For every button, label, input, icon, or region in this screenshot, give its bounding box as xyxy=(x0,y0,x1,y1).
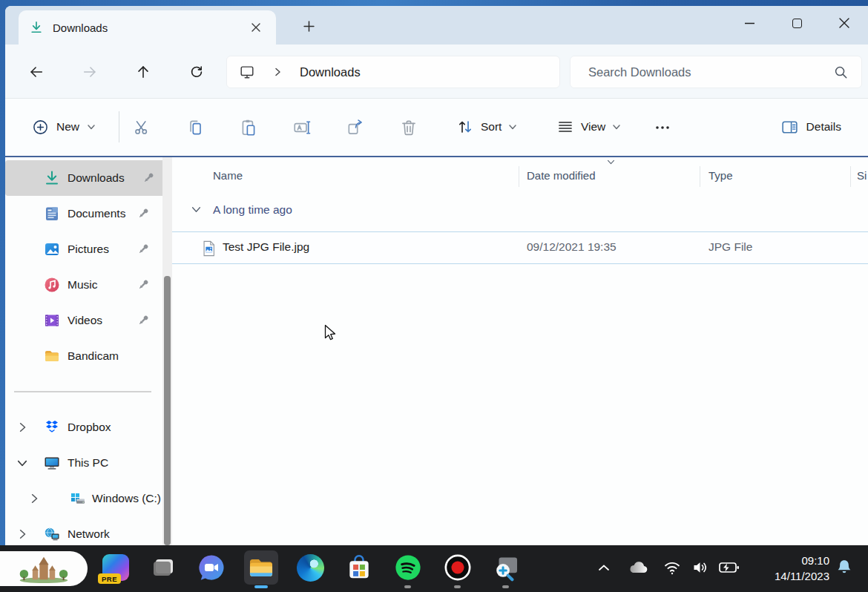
details-panel-icon xyxy=(780,118,799,137)
sidebar-item-windows-c[interactable]: Windows (C:) xyxy=(5,481,162,516)
forward-button[interactable] xyxy=(79,61,101,83)
spotify-button[interactable] xyxy=(393,553,423,582)
new-button-label: New xyxy=(56,120,79,134)
show-hidden-icons-button[interactable] xyxy=(594,553,614,582)
recorder-button[interactable] xyxy=(443,553,473,582)
up-button[interactable] xyxy=(132,61,154,83)
chevron-down-icon[interactable] xyxy=(17,458,27,468)
view-button[interactable]: View xyxy=(549,112,628,142)
scrollbar-thumb[interactable] xyxy=(164,276,171,545)
file-explorer-taskbar-button[interactable] xyxy=(244,550,278,585)
magnifier-app-icon xyxy=(492,553,520,582)
tab-close-icon[interactable] xyxy=(246,18,266,37)
maximize-icon xyxy=(792,19,802,28)
wifi-icon xyxy=(662,559,682,576)
paste-button[interactable] xyxy=(232,111,265,144)
sidebar-label: Music xyxy=(68,278,97,292)
onedrive-tray-button[interactable] xyxy=(625,553,651,582)
sidebar-item-pictures[interactable]: Pictures xyxy=(5,231,162,267)
more-options-button[interactable] xyxy=(646,111,679,144)
taskbar-clock[interactable]: 09:10 14/11/2023 xyxy=(775,553,829,584)
downloads-icon xyxy=(43,169,61,187)
chevron-right-icon[interactable] xyxy=(17,422,27,433)
search-input[interactable] xyxy=(571,65,834,79)
widgets-button[interactable] xyxy=(0,551,88,586)
delete-button[interactable] xyxy=(392,111,425,144)
recorder-running-indicator xyxy=(454,585,461,588)
chevron-right-icon[interactable] xyxy=(17,529,27,539)
address-bar[interactable]: Downloads xyxy=(226,56,560,88)
sidebar-item-videos[interactable]: Videos xyxy=(5,303,162,338)
copilot-button[interactable]: PRE xyxy=(101,553,131,582)
sidebar-item-documents[interactable]: Documents xyxy=(5,196,162,231)
share-button[interactable] xyxy=(339,111,372,144)
column-divider[interactable] xyxy=(519,166,519,187)
group-collapse-icon[interactable] xyxy=(191,206,201,213)
maximize-button[interactable] xyxy=(773,6,821,40)
new-tab-button[interactable] xyxy=(297,15,320,37)
column-header-size[interactable]: Si xyxy=(857,169,867,182)
rename-button[interactable] xyxy=(286,111,318,144)
sidebar-label: Documents xyxy=(68,207,125,220)
battery-tray-button[interactable] xyxy=(715,553,743,582)
column-divider[interactable] xyxy=(700,166,700,187)
sidebar-item-bandicam[interactable]: Bandicam xyxy=(5,338,162,374)
microsoft-store-button[interactable] xyxy=(344,553,374,582)
notification-bell-icon xyxy=(835,558,854,577)
sidebar-item-music[interactable]: Music xyxy=(5,267,162,303)
chevron-right-icon[interactable] xyxy=(29,493,39,504)
file-explorer-icon xyxy=(247,553,275,582)
breadcrumb-downloads[interactable]: Downloads xyxy=(300,65,361,79)
this-pc-icon xyxy=(43,454,61,472)
copy-icon xyxy=(185,118,205,137)
back-button[interactable] xyxy=(25,61,47,83)
close-button[interactable] xyxy=(821,6,868,40)
jpg-file-icon xyxy=(202,240,216,257)
details-button[interactable]: Details xyxy=(772,112,850,142)
column-header-date-modified[interactable]: Date modified xyxy=(527,169,596,182)
column-header-name[interactable]: Name xyxy=(213,169,243,182)
edge-button[interactable] xyxy=(295,553,325,582)
notification-center-button[interactable] xyxy=(831,553,858,582)
network-icon xyxy=(43,525,61,543)
refresh-button[interactable] xyxy=(185,61,208,83)
sidebar-item-dropbox[interactable]: Dropbox xyxy=(5,410,162,445)
breadcrumb-chevron-icon[interactable] xyxy=(273,68,282,76)
sidebar-label: Network xyxy=(68,527,110,541)
sidebar-separator xyxy=(5,374,172,410)
titlebar: Downloads xyxy=(5,6,868,45)
wifi-tray-button[interactable] xyxy=(660,553,684,582)
sidebar-item-downloads[interactable]: Downloads xyxy=(5,160,167,196)
volume-tray-button[interactable] xyxy=(688,553,712,582)
sidebar-scrollbar[interactable] xyxy=(162,157,172,545)
explorer-tab-downloads[interactable]: Downloads xyxy=(19,10,276,45)
sidebar-label: This PC xyxy=(68,456,108,470)
new-button[interactable]: New xyxy=(23,112,105,142)
copy-button[interactable] xyxy=(179,111,211,144)
cut-button[interactable] xyxy=(125,111,158,144)
minimize-button[interactable] xyxy=(726,6,773,40)
sort-button[interactable]: Sort xyxy=(449,112,525,142)
column-header-type[interactable]: Type xyxy=(708,169,733,182)
chat-button[interactable] xyxy=(197,553,226,582)
pin-icon xyxy=(135,205,151,222)
sort-arrows-icon xyxy=(456,118,474,136)
sidebar-item-network[interactable]: Network xyxy=(5,516,162,545)
file-date-modified: 09/12/2021 19:35 xyxy=(527,240,617,254)
sidebar-item-this-pc[interactable]: This PC xyxy=(5,445,162,481)
more-dots-icon xyxy=(654,119,671,137)
cut-scissors-icon xyxy=(132,118,151,137)
task-view-button[interactable] xyxy=(148,553,178,582)
file-row-test-jpg[interactable]: Test JPG File.jpg 09/12/2021 19:35 JPG F… xyxy=(172,231,868,264)
column-divider[interactable] xyxy=(850,166,851,187)
microsoft-store-icon xyxy=(345,553,373,582)
magnifier-app-button[interactable] xyxy=(491,553,521,582)
search-box xyxy=(570,56,862,88)
paste-clipboard-icon xyxy=(239,118,258,137)
group-label: A long time ago xyxy=(213,203,292,217)
sidebar-label: Windows (C:) xyxy=(92,492,161,505)
search-icon[interactable] xyxy=(834,65,848,79)
tab-title: Downloads xyxy=(53,22,246,34)
group-header-a-long-time-ago[interactable]: A long time ago xyxy=(172,197,868,227)
this-pc-monitor-icon[interactable] xyxy=(239,64,255,80)
